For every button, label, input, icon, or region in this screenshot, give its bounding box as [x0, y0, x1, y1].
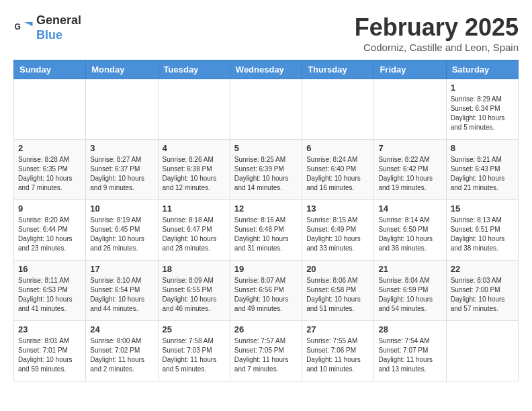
calendar-cell: 21Sunrise: 8:04 AM Sunset: 6:59 PM Dayli…	[374, 261, 446, 321]
day-number: 1	[451, 83, 514, 93]
day-number: 9	[18, 203, 81, 214]
weekday-header: Saturday	[446, 60, 518, 79]
day-info: Sunrise: 8:10 AM Sunset: 6:54 PM Dayligh…	[90, 276, 153, 314]
calendar-cell: 9Sunrise: 8:20 AM Sunset: 6:44 PM Daylig…	[14, 200, 86, 261]
day-info: Sunrise: 7:54 AM Sunset: 7:07 PM Dayligh…	[378, 336, 441, 374]
weekday-header: Sunday	[14, 60, 86, 79]
calendar-cell: 6Sunrise: 8:24 AM Sunset: 6:40 PM Daylig…	[302, 140, 374, 200]
calendar-cell: 20Sunrise: 8:06 AM Sunset: 6:58 PM Dayli…	[302, 261, 374, 321]
title-block: February 2025 Codorniz, Castille and Leo…	[355, 13, 519, 53]
calendar-cell: 11Sunrise: 8:18 AM Sunset: 6:47 PM Dayli…	[158, 200, 230, 261]
day-info: Sunrise: 8:00 AM Sunset: 7:02 PM Dayligh…	[90, 336, 153, 374]
day-info: Sunrise: 8:11 AM Sunset: 6:53 PM Dayligh…	[18, 276, 81, 314]
day-info: Sunrise: 8:20 AM Sunset: 6:44 PM Dayligh…	[18, 216, 81, 253]
calendar-week-row: 16Sunrise: 8:11 AM Sunset: 6:53 PM Dayli…	[14, 261, 519, 321]
day-number: 27	[306, 324, 369, 334]
calendar-cell: 22Sunrise: 8:03 AM Sunset: 7:00 PM Dayli…	[446, 261, 518, 321]
logo-icon: G	[13, 18, 34, 38]
calendar-week-row: 1Sunrise: 8:29 AM Sunset: 6:34 PM Daylig…	[14, 79, 519, 140]
calendar-cell: 17Sunrise: 8:10 AM Sunset: 6:54 PM Dayli…	[86, 261, 158, 321]
weekday-header: Wednesday	[230, 60, 302, 79]
calendar-cell: 27Sunrise: 7:55 AM Sunset: 7:06 PM Dayli…	[302, 321, 374, 381]
calendar-cell	[86, 79, 158, 140]
day-number: 12	[234, 203, 298, 214]
day-number: 13	[306, 203, 369, 214]
svg-marker-1	[25, 22, 33, 26]
day-number: 16	[18, 264, 81, 274]
day-number: 19	[234, 264, 298, 274]
calendar-cell: 16Sunrise: 8:11 AM Sunset: 6:53 PM Dayli…	[14, 261, 86, 321]
logo-line1: General	[36, 13, 81, 28]
calendar-cell	[158, 79, 230, 140]
calendar-cell: 3Sunrise: 8:27 AM Sunset: 6:37 PM Daylig…	[86, 140, 158, 200]
day-number: 4	[163, 143, 226, 153]
day-info: Sunrise: 8:07 AM Sunset: 6:56 PM Dayligh…	[234, 276, 298, 314]
day-info: Sunrise: 8:25 AM Sunset: 6:39 PM Dayligh…	[234, 155, 298, 193]
calendar-cell: 28Sunrise: 7:54 AM Sunset: 7:07 PM Dayli…	[374, 321, 446, 381]
calendar-cell: 1Sunrise: 8:29 AM Sunset: 6:34 PM Daylig…	[446, 79, 518, 140]
calendar-cell: 15Sunrise: 8:13 AM Sunset: 6:51 PM Dayli…	[446, 200, 518, 261]
month-title: February 2025	[355, 13, 519, 42]
day-info: Sunrise: 8:03 AM Sunset: 7:00 PM Dayligh…	[451, 276, 514, 314]
calendar-cell: 26Sunrise: 7:57 AM Sunset: 7:05 PM Dayli…	[230, 321, 302, 381]
day-info: Sunrise: 8:13 AM Sunset: 6:51 PM Dayligh…	[451, 216, 514, 253]
page-header: G General Blue February 2025 Codorniz, C…	[13, 13, 519, 53]
calendar-week-row: 2Sunrise: 8:28 AM Sunset: 6:35 PM Daylig…	[14, 140, 519, 200]
calendar-cell: 12Sunrise: 8:16 AM Sunset: 6:48 PM Dayli…	[230, 200, 302, 261]
calendar-cell	[230, 79, 302, 140]
calendar-week-row: 23Sunrise: 8:01 AM Sunset: 7:01 PM Dayli…	[14, 321, 519, 381]
calendar-cell: 18Sunrise: 8:09 AM Sunset: 6:55 PM Dayli…	[158, 261, 230, 321]
day-info: Sunrise: 7:55 AM Sunset: 7:06 PM Dayligh…	[306, 336, 369, 374]
day-number: 22	[451, 264, 514, 274]
day-number: 3	[90, 143, 153, 153]
calendar-cell	[302, 79, 374, 140]
calendar-cell: 7Sunrise: 8:22 AM Sunset: 6:42 PM Daylig…	[374, 140, 446, 200]
day-number: 21	[378, 264, 441, 274]
day-info: Sunrise: 8:09 AM Sunset: 6:55 PM Dayligh…	[163, 276, 226, 314]
svg-text:G: G	[15, 21, 21, 31]
day-number: 2	[18, 143, 81, 153]
day-number: 14	[378, 203, 441, 214]
calendar-cell: 4Sunrise: 8:26 AM Sunset: 6:38 PM Daylig…	[158, 140, 230, 200]
calendar-cell	[14, 79, 86, 140]
day-info: Sunrise: 8:18 AM Sunset: 6:47 PM Dayligh…	[163, 216, 226, 253]
weekday-header: Friday	[374, 60, 446, 79]
calendar-cell: 10Sunrise: 8:19 AM Sunset: 6:45 PM Dayli…	[86, 200, 158, 261]
calendar-cell: 13Sunrise: 8:15 AM Sunset: 6:49 PM Dayli…	[302, 200, 374, 261]
location-subtitle: Codorniz, Castille and Leon, Spain	[355, 42, 519, 53]
calendar-cell: 14Sunrise: 8:14 AM Sunset: 6:50 PM Dayli…	[374, 200, 446, 261]
day-number: 8	[451, 143, 514, 153]
day-info: Sunrise: 8:01 AM Sunset: 7:01 PM Dayligh…	[18, 336, 81, 374]
day-number: 23	[18, 324, 81, 334]
day-info: Sunrise: 8:24 AM Sunset: 6:40 PM Dayligh…	[306, 155, 369, 193]
logo: G General Blue	[13, 13, 81, 42]
day-info: Sunrise: 8:21 AM Sunset: 6:43 PM Dayligh…	[451, 155, 514, 193]
day-number: 20	[306, 264, 369, 274]
day-number: 28	[378, 324, 441, 334]
day-info: Sunrise: 8:15 AM Sunset: 6:49 PM Dayligh…	[306, 216, 369, 253]
calendar-cell: 24Sunrise: 8:00 AM Sunset: 7:02 PM Dayli…	[86, 321, 158, 381]
calendar-table: SundayMondayTuesdayWednesdayThursdayFrid…	[13, 60, 519, 381]
day-number: 24	[90, 324, 153, 334]
day-info: Sunrise: 8:04 AM Sunset: 6:59 PM Dayligh…	[378, 276, 441, 314]
weekday-header: Thursday	[302, 60, 374, 79]
day-info: Sunrise: 8:26 AM Sunset: 6:38 PM Dayligh…	[163, 155, 226, 193]
calendar-cell: 5Sunrise: 8:25 AM Sunset: 6:39 PM Daylig…	[230, 140, 302, 200]
logo-line2: Blue	[36, 28, 81, 43]
calendar-cell: 19Sunrise: 8:07 AM Sunset: 6:56 PM Dayli…	[230, 261, 302, 321]
day-info: Sunrise: 7:58 AM Sunset: 7:03 PM Dayligh…	[163, 336, 226, 374]
day-number: 7	[378, 143, 441, 153]
day-number: 25	[163, 324, 226, 334]
day-number: 15	[451, 203, 514, 214]
calendar-cell: 25Sunrise: 7:58 AM Sunset: 7:03 PM Dayli…	[158, 321, 230, 381]
day-info: Sunrise: 7:57 AM Sunset: 7:05 PM Dayligh…	[234, 336, 298, 374]
day-info: Sunrise: 8:06 AM Sunset: 6:58 PM Dayligh…	[306, 276, 369, 314]
day-number: 5	[234, 143, 298, 153]
weekday-header: Monday	[86, 60, 158, 79]
day-number: 26	[234, 324, 298, 334]
calendar-cell: 8Sunrise: 8:21 AM Sunset: 6:43 PM Daylig…	[446, 140, 518, 200]
day-info: Sunrise: 8:19 AM Sunset: 6:45 PM Dayligh…	[90, 216, 153, 253]
day-number: 6	[306, 143, 369, 153]
day-info: Sunrise: 8:27 AM Sunset: 6:37 PM Dayligh…	[90, 155, 153, 193]
calendar-week-row: 9Sunrise: 8:20 AM Sunset: 6:44 PM Daylig…	[14, 200, 519, 261]
